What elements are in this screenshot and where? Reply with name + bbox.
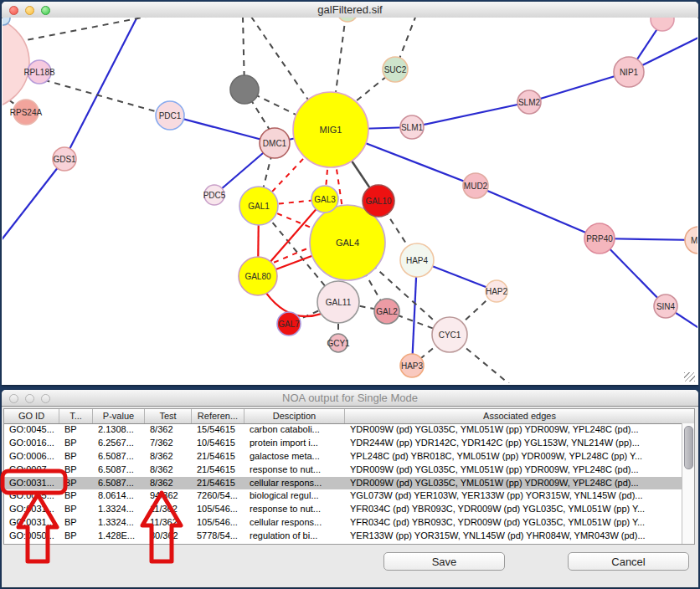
save-button[interactable]: Save [383, 552, 505, 571]
table-cell: 7/362 [145, 437, 192, 450]
node-label-SLM2: SLM2 [518, 98, 541, 107]
table-cell: YPL248C (pd) YBR018C, YML051W (pp) YDR00… [345, 450, 682, 464]
node-label-SLM1: SLM1 [401, 123, 424, 132]
network-edge[interactable] [335, 18, 346, 99]
table-cell: BP [59, 516, 93, 530]
table-cell: 6.5087... [93, 477, 145, 490]
table-cell: 94/362 [145, 489, 192, 503]
table-cell: cellular respons... [244, 516, 345, 530]
table-cell: 6.5087... [93, 450, 145, 464]
table-cell: BP [59, 464, 93, 477]
node-label-MSI: MSI [691, 236, 697, 245]
node-label-GAL1: GAL1 [248, 202, 270, 211]
node-unlabeled-left[interactable] [3, 18, 29, 109]
table-cell: GO:0031... [4, 516, 59, 530]
table-row[interactable]: GO:0031...BP1.3324...11/362105/546...cel… [4, 516, 682, 530]
table-header-t[interactable]: T... [59, 409, 93, 423]
node-label-GAL3: GAL3 [314, 195, 336, 204]
table-row[interactable]: GO:0007...BP6.5087...8/36221/54615respon… [4, 464, 682, 477]
table-cell: cellular respons... [244, 477, 345, 490]
table-cell: YFR034C (pd) YBR093C, YDR009W (pd) YGL03… [345, 503, 682, 516]
table-cell: BP [59, 530, 93, 543]
table-cell: BP [59, 423, 93, 437]
node-label-GCY1: GCY1 [327, 339, 350, 348]
network-edge[interactable] [64, 18, 136, 159]
network-edge[interactable] [3, 159, 64, 242]
table-cell: BP [59, 477, 93, 490]
node-label-GAL80: GAL80 [244, 272, 271, 281]
table-cell: 8.0614... [93, 489, 145, 503]
vertical-scrollbar[interactable] [682, 423, 694, 544]
node-label-HAP3: HAP3 [401, 361, 424, 371]
table-cell: GO:0006... [4, 450, 59, 464]
node-label-RPS24A: RPS24A [10, 108, 43, 117]
table-cell: 80/362 [145, 530, 192, 543]
table-cell: 21/54615 [192, 450, 244, 464]
table-row[interactable]: GO:0006...BP6.5087...8/36221/54615galact… [4, 450, 682, 464]
table-cell: BP [59, 489, 93, 503]
table-cell: 7260/54... [192, 489, 244, 503]
table-cell: regulation of bi... [244, 530, 345, 543]
table-cell: 21/54615 [192, 477, 244, 490]
scrollbar-thumb[interactable] [684, 426, 693, 469]
node-label-HAP4: HAP4 [406, 256, 429, 265]
table-cell: 21/54615 [192, 464, 244, 477]
network-window-title: galFiltered.sif [2, 3, 698, 16]
table-header-go-id[interactable]: GO ID [4, 409, 59, 423]
table-cell: BP [59, 503, 93, 516]
node-unlabeled-gray[interactable] [230, 75, 259, 104]
table-row[interactable]: GO:0045...BP2.1308...8/36215/54615carbon… [4, 423, 682, 437]
network-edge[interactable] [476, 186, 600, 238]
resize-grip-icon[interactable] [684, 372, 695, 382]
network-edge[interactable] [3, 18, 163, 46]
node-label-SUC2: SUC2 [384, 65, 407, 74]
node-label-CYC1: CYC1 [439, 330, 461, 340]
network-edge[interactable] [251, 18, 311, 105]
node-label-RPL18B: RPL18B [23, 68, 55, 77]
table-row[interactable]: GO:0065...BP8.0614...94/3627260/54...bio… [4, 489, 682, 503]
node-label-GAL11: GAL11 [326, 298, 352, 307]
node-unlabeled-top-green[interactable] [337, 18, 358, 22]
table-cell: GO:0045... [4, 423, 59, 437]
table-cell: 10/54615 [192, 437, 244, 450]
node-label-GAL2: GAL2 [376, 307, 398, 316]
table-row[interactable]: GO:0016...BP6.2567...7/36210/54615protei… [4, 437, 682, 450]
table-header-associated-edges[interactable]: Associated edges [345, 409, 694, 423]
table-cell: 11/362 [145, 503, 192, 516]
table-row[interactable]: GO:0031...BP6.5087...8/36221/54615cellul… [4, 477, 682, 490]
table-cell: galactose meta... [244, 450, 345, 464]
table-header-test[interactable]: Test [145, 409, 192, 423]
table-cell: protein import i... [244, 437, 345, 450]
table-cell: YFR034C (pd) YBR093C, YDR009W (pd) YGL03… [345, 516, 682, 530]
node-label-PDC1: PDC1 [159, 111, 182, 120]
network-canvas[interactable]: RPL18BRPS24AGDS1PDC1DMC1MIG1SUC2NIP1SLM2… [3, 18, 697, 383]
table-cell: response to nut... [244, 464, 345, 477]
table-cell: 1.3324... [93, 516, 145, 530]
table-cell: YDR009W (pd) YGL035C, YML051W (pp) YDR00… [345, 423, 682, 437]
network-graph[interactable]: RPL18BRPS24AGDS1PDC1DMC1MIG1SUC2NIP1SLM2… [3, 18, 697, 383]
network-window-titlebar[interactable]: galFiltered.sif [2, 2, 698, 18]
table-cell: GO:0065... [4, 489, 59, 503]
table-header-row: GO IDT...P-valueTestReferen...Desciption… [4, 409, 694, 424]
table-cell: 105/546... [192, 516, 244, 530]
table-cell: YGL073W (pd) YER103W, YER133W (pp) YOR31… [345, 489, 682, 503]
table-header-desciption[interactable]: Desciption [244, 409, 345, 423]
cancel-button[interactable]: Cancel [568, 552, 689, 571]
noa-window-titlebar[interactable]: NOA output for Single Mode [2, 390, 698, 407]
node-unlabeled-top-pink[interactable] [651, 18, 674, 31]
network-edge[interactable] [170, 115, 275, 143]
table-cell: YDR009W (pd) YGL035C, YML051W (pp) YDR00… [345, 464, 682, 477]
table-cell: BP [59, 450, 93, 464]
network-edge[interactable] [412, 102, 529, 127]
table-cell: GO:0031... [4, 477, 59, 490]
node-label-PRP40: PRP40 [586, 234, 613, 243]
table-cell: 8/362 [145, 477, 192, 490]
table-header-p-value[interactable]: P-value [93, 409, 145, 423]
node-label-HAP2: HAP2 [486, 287, 508, 296]
node-label-MIG1: MIG1 [320, 125, 342, 135]
table-cell: BP [59, 437, 93, 450]
results-table: GO IDT...P-valueTestReferen...Desciption… [3, 408, 695, 545]
table-header-referen[interactable]: Referen... [192, 409, 244, 423]
table-row[interactable]: GO:0031...BP1.3324...11/362105/546...res… [4, 503, 682, 516]
table-row[interactable]: GO:0050...BP1.428E...80/3625778/54...reg… [4, 530, 682, 543]
